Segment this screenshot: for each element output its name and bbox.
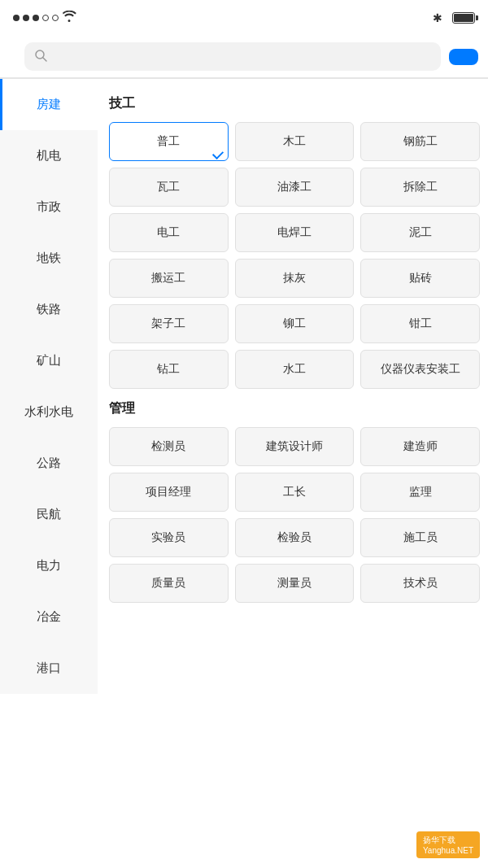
tag-工长[interactable]: 工长 (235, 473, 355, 512)
bluetooth-icon: ✱ (433, 11, 442, 24)
tag-钻工[interactable]: 钻工 (109, 350, 229, 389)
tag-检测员[interactable]: 检测员 (109, 427, 229, 466)
sidebar-item-shi-zheng[interactable]: 市政 (0, 181, 98, 233)
battery-icon (452, 12, 475, 24)
tag-质量员[interactable]: 质量员 (109, 564, 229, 603)
tag-施工员[interactable]: 施工员 (360, 518, 480, 557)
wifi-icon (62, 11, 76, 25)
battery-fill (454, 14, 473, 22)
tag-仪器仪表安装工[interactable]: 仪器仪表安装工 (360, 350, 480, 389)
tag-泥工[interactable]: 泥工 (360, 213, 480, 252)
signal-dot-1 (13, 15, 20, 21)
sidebar-item-fang-jian[interactable]: 房建 (0, 79, 98, 130)
tag-油漆工[interactable]: 油漆工 (235, 168, 355, 207)
tag-普工[interactable]: 普工 (109, 122, 229, 161)
tag-钢筋工[interactable]: 钢筋工 (360, 122, 480, 161)
section-title: 管理 (109, 392, 480, 427)
tag-技术员[interactable]: 技术员 (360, 564, 480, 603)
tag-抹灰[interactable]: 抹灰 (235, 259, 355, 298)
signal-dot-3 (33, 15, 39, 21)
back-button[interactable] (10, 54, 16, 60)
tag-电工[interactable]: 电工 (109, 213, 229, 252)
sidebar-item-min-hang[interactable]: 民航 (0, 489, 98, 540)
tag-架子工[interactable]: 架子工 (109, 304, 229, 343)
tag-贴砖[interactable]: 贴砖 (360, 259, 480, 298)
tag-水工[interactable]: 水工 (235, 350, 355, 389)
header (0, 36, 488, 78)
status-bar: ✱ (0, 0, 488, 36)
signal-dot-4 (42, 15, 49, 21)
tag-钳工[interactable]: 钳工 (360, 304, 480, 343)
watermark-title: 扬华下载 (423, 835, 473, 846)
tag-电焊工[interactable]: 电焊工 (235, 213, 355, 252)
battery-area: ✱ (433, 11, 475, 24)
sidebar-item-kuang-shan[interactable]: 矿山 (0, 335, 98, 386)
tags-grid: 普工木工钢筋工瓦工油漆工拆除工电工电焊工泥工搬运工抹灰贴砖架子工铆工钳工钻工水工… (109, 122, 480, 389)
tags-grid: 检测员建筑设计师建造师项目经理工长监理实验员检验员施工员质量员测量员技术员 (109, 427, 480, 603)
signal-dot-2 (23, 15, 29, 21)
sidebar-item-gang-kou[interactable]: 港口 (0, 643, 98, 694)
sidebar-item-ye-jin[interactable]: 冶金 (0, 591, 98, 643)
tag-检验员[interactable]: 检验员 (235, 518, 355, 557)
sidebar-item-dian-li[interactable]: 电力 (0, 540, 98, 591)
svg-line-1 (43, 58, 46, 61)
tag-木工[interactable]: 木工 (235, 122, 355, 161)
tag-建筑设计师[interactable]: 建筑设计师 (235, 427, 355, 466)
sidebar-item-tie-lu[interactable]: 铁路 (0, 284, 98, 335)
watermark: 扬华下载 Yanghua.NET (416, 831, 480, 858)
sidebar-item-ji-dian[interactable]: 机电 (0, 130, 98, 181)
search-bar[interactable] (24, 42, 441, 71)
tag-搬运工[interactable]: 搬运工 (109, 259, 229, 298)
search-input[interactable] (52, 50, 431, 63)
tag-铆工[interactable]: 铆工 (235, 304, 355, 343)
sidebar-item-gong-lu[interactable]: 公路 (0, 438, 98, 489)
signal-area (13, 11, 76, 25)
watermark-subtitle: Yanghua.NET (423, 846, 473, 855)
tag-实验员[interactable]: 实验员 (109, 518, 229, 557)
tag-瓦工[interactable]: 瓦工 (109, 168, 229, 207)
sidebar: 房建机电市政地铁铁路矿山水利水电公路民航电力冶金港口 (0, 79, 98, 694)
save-button[interactable] (449, 49, 478, 65)
section-title: 技工 (109, 87, 480, 122)
signal-dot-5 (52, 15, 59, 21)
search-icon (34, 49, 47, 64)
tag-拆除工[interactable]: 拆除工 (360, 168, 480, 207)
sidebar-item-shui-li[interactable]: 水利水电 (0, 386, 98, 438)
tag-建造师[interactable]: 建造师 (360, 427, 480, 466)
main-layout: 房建机电市政地铁铁路矿山水利水电公路民航电力冶金港口 技工普工木工钢筋工瓦工油漆… (0, 79, 488, 694)
content-area: 技工普工木工钢筋工瓦工油漆工拆除工电工电焊工泥工搬运工抹灰贴砖架子工铆工钳工钻工… (98, 79, 488, 694)
tag-监理[interactable]: 监理 (360, 473, 480, 512)
tag-项目经理[interactable]: 项目经理 (109, 473, 229, 512)
tag-测量员[interactable]: 测量员 (235, 564, 355, 603)
sidebar-item-di-tie[interactable]: 地铁 (0, 233, 98, 284)
